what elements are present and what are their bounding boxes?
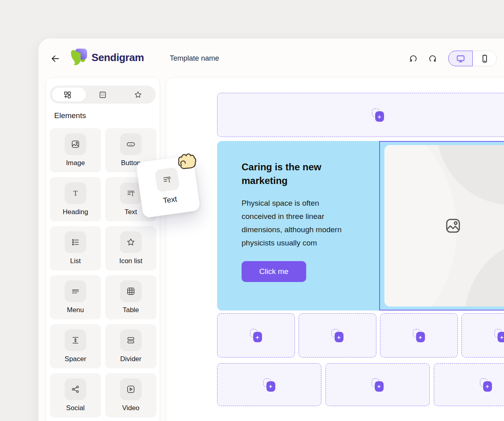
element-label: Menu [67,306,84,314]
content-heading[interactable]: Caring is the new marketing [242,160,374,188]
dropzone-header[interactable]: + [217,93,504,137]
plus-icon: + [375,381,384,392]
redo-button[interactable] [427,53,438,64]
add-block-button[interactable]: + [331,329,344,342]
element-card-table[interactable]: Table [105,275,156,319]
social-icon [65,378,86,400]
image-icon [65,133,86,155]
element-label: Image [66,159,85,167]
dropzone-row1-col4[interactable]: + [461,313,504,358]
element-label: Heading [63,208,88,216]
button-icon [120,133,142,155]
add-block-button[interactable]: + [372,108,384,122]
dropzone-row1-col2[interactable]: + [299,313,376,358]
elements-sidebar: Elements Image Button T Heading [45,77,160,421]
sendigram-logo-icon [69,48,88,67]
add-block-button[interactable]: + [372,378,384,392]
spacer-icon [65,329,86,351]
svg-text:T: T [73,190,78,197]
app: Sendigram Template name [0,0,504,421]
rotate-right-icon [428,54,437,63]
element-card-video[interactable]: Video [105,373,156,417]
add-block-button[interactable]: + [413,329,425,342]
tab-layouts[interactable] [85,86,120,104]
plus-icon: + [266,381,275,392]
plus-icon: + [483,381,492,392]
icon-list-icon [120,231,142,253]
dropzone-row2-col1[interactable]: + [217,363,321,406]
element-card-list[interactable]: List [50,226,101,270]
element-label: Spacer [65,355,86,363]
star-icon [134,90,142,99]
mobile-preview-button[interactable] [473,51,496,66]
sidebar-heading: Elements [54,111,86,120]
element-card-divider[interactable]: Divider [105,324,156,368]
element-label: Divider [120,355,142,363]
element-label: Video [122,404,139,412]
text-icon: T [120,182,142,204]
element-card-icon-list[interactable]: Icon list [105,226,156,270]
element-label: Table [123,306,139,314]
svg-text:T: T [131,191,134,197]
undo-button[interactable] [408,53,419,64]
dropzone-row2-col2[interactable]: + [325,363,430,406]
content-text-column: Caring is the new marketing Physical spa… [242,160,374,282]
element-card-spacer[interactable]: Spacer [50,324,101,368]
plus-icon: + [335,332,343,342]
plus-icon: + [375,111,384,122]
template-canvas: + Caring is the new marketing Physical s… [166,77,504,421]
cta-button[interactable]: Click me [242,261,306,282]
tab-favorites[interactable] [120,86,156,104]
brand-title: Sendigram [91,51,144,64]
dropzone-row2-col3[interactable]: + [434,363,504,406]
dropzone-row1-col1[interactable]: + [217,313,295,358]
divider-icon [120,329,142,351]
rotate-left-icon [409,54,418,63]
layout-square-dots-icon [98,90,107,99]
list-icon [65,231,86,253]
dropzone-row1-col3[interactable]: + [380,313,458,358]
template-name[interactable]: Template name [170,54,219,63]
dragged-text-card[interactable]: T Text [136,155,201,219]
element-card-menu[interactable]: Menu [50,275,101,319]
element-label: Text [124,208,137,216]
heading-icon: T [65,182,86,204]
content-body-text[interactable]: Physical space is often conceived in thr… [242,196,374,249]
arrow-left-icon [51,54,60,63]
dragged-card-label: Text [163,194,178,205]
desktop-monitor-icon [456,54,465,63]
element-card-social[interactable]: Social [50,373,101,417]
text-icon: T [154,167,180,192]
back-button[interactable] [49,52,62,65]
add-block-button[interactable]: + [263,378,276,392]
element-label: Icon list [119,257,142,265]
element-card-heading[interactable]: T Heading [50,177,101,221]
plus-icon: + [253,332,262,342]
selected-image-block[interactable] [379,141,504,311]
menu-icon [65,280,86,302]
mobile-phone-icon [480,54,490,63]
svg-text:T: T [167,177,172,184]
element-label: Social [66,404,85,412]
desktop-preview-button[interactable] [448,51,473,66]
plus-icon: + [416,332,425,342]
widget-add-icon [63,90,72,99]
content-section[interactable]: Caring is the new marketing Physical spa… [217,141,504,311]
image-placeholder-icon [444,217,462,235]
add-block-button[interactable]: + [480,378,492,392]
image-placeholder [384,145,504,307]
element-label: List [70,257,81,265]
video-icon [120,378,142,400]
sidebar-tabbar [50,86,156,104]
tab-elements[interactable] [50,86,85,104]
add-block-button[interactable]: + [250,329,262,342]
add-block-button[interactable]: + [494,329,504,342]
plus-icon: + [498,332,504,342]
device-preview-toggle [448,51,497,66]
table-icon [120,280,142,302]
element-card-image[interactable]: Image [50,128,101,172]
